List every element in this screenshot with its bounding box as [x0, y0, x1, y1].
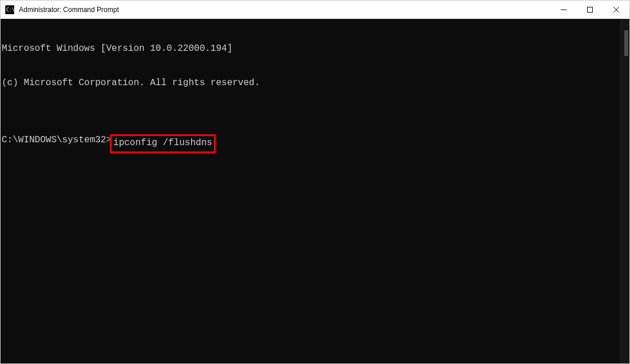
command-prompt-window: C:\ Administrator: Command Prompt Micros… [0, 0, 630, 364]
minimize-button[interactable] [550, 1, 577, 19]
terminal-prompt-line: C:\WINDOWS\system32>ipconfig /flushdns [2, 134, 629, 153]
command-highlight: ipconfig /flushdns [110, 134, 216, 153]
scrollbar-thumb[interactable] [624, 30, 628, 56]
maximize-button[interactable] [577, 1, 603, 19]
window-controls [550, 1, 629, 19]
scrollbar-track[interactable] [620, 19, 629, 363]
terminal-area[interactable]: Microsoft Windows [Version 10.0.22000.19… [1, 19, 629, 363]
terminal-command: ipconfig /flushdns [113, 138, 212, 148]
titlebar[interactable]: C:\ Administrator: Command Prompt [1, 1, 629, 19]
terminal-output-line: (c) Microsoft Corporation. All rights re… [2, 77, 629, 89]
close-button[interactable] [603, 1, 629, 19]
svg-rect-3 [588, 7, 593, 13]
window-title: Administrator: Command Prompt [19, 6, 550, 14]
terminal-prompt: C:\WINDOWS\system32> [2, 134, 112, 153]
terminal-output-line: Microsoft Windows [Version 10.0.22000.19… [2, 43, 629, 54]
svg-text:C:\: C:\ [6, 7, 14, 13]
cmd-icon: C:\ [5, 5, 14, 14]
